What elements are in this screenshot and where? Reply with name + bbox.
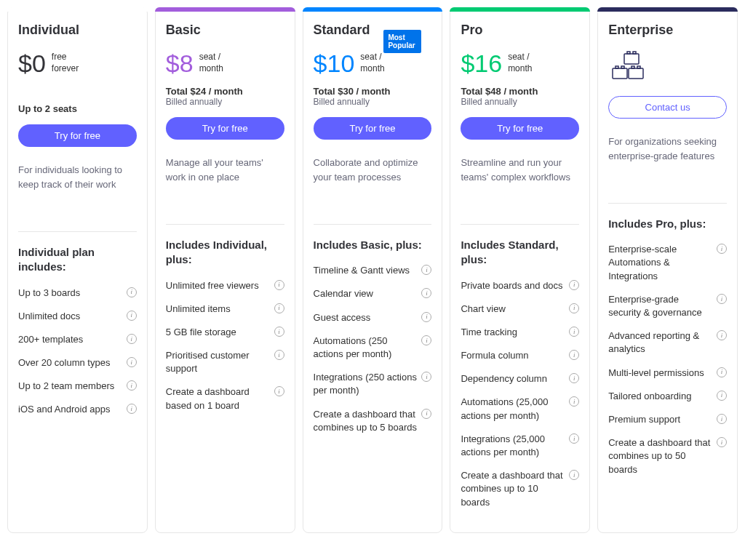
feature-text: Integrations (250 actions per month) xyxy=(314,371,418,397)
feature-item: Enterprise-grade security & governancei xyxy=(608,293,727,319)
info-icon[interactable]: i xyxy=(569,396,579,407)
info-icon[interactable]: i xyxy=(421,312,431,322)
divider xyxy=(608,203,727,204)
includes-heading: Includes Basic, plus: xyxy=(314,238,432,252)
info-icon[interactable]: i xyxy=(127,380,137,391)
feature-item: Integrations (25,000 actions per month)i xyxy=(461,433,579,459)
try-for-free-button[interactable]: Try for free xyxy=(166,117,284,140)
feature-item: Tailored onboardingi xyxy=(608,390,727,403)
feature-text: Guest access xyxy=(314,311,418,324)
info-icon[interactable]: i xyxy=(421,335,431,345)
feature-text: Premium support xyxy=(608,413,712,426)
info-icon[interactable]: i xyxy=(569,470,579,480)
feature-text: Create a dashboard that combines up to 1… xyxy=(461,469,565,509)
feature-text: Timeline & Gantt views xyxy=(314,264,418,277)
info-icon[interactable]: i xyxy=(569,280,579,290)
info-icon[interactable]: i xyxy=(274,350,284,360)
most-popular-badge: Most Popular xyxy=(383,30,421,53)
feature-text: Calendar view xyxy=(314,287,418,300)
info-icon[interactable]: i xyxy=(569,327,579,337)
feature-item: Time trackingi xyxy=(461,326,579,339)
info-icon[interactable]: i xyxy=(569,350,579,360)
info-icon[interactable]: i xyxy=(421,288,431,298)
feature-text: Create a dashboard that combines up to 5… xyxy=(314,408,418,434)
feature-item: Create a dashboard that combines up to 5… xyxy=(608,436,727,476)
info-icon[interactable]: i xyxy=(127,357,137,367)
info-icon[interactable]: i xyxy=(274,303,284,313)
info-icon[interactable]: i xyxy=(717,244,727,254)
try-for-free-button[interactable]: Try for free xyxy=(461,117,579,140)
feature-item: Multi-level permissionsi xyxy=(608,367,727,380)
feature-list: Enterprise-scale Automations & Integrati… xyxy=(608,243,727,486)
feature-text: Tailored onboarding xyxy=(608,390,712,403)
svg-rect-1 xyxy=(627,52,630,54)
price-row: $8 seat / month xyxy=(166,51,284,76)
price-row: $16 seat / month xyxy=(461,51,579,76)
info-icon[interactable]: i xyxy=(717,294,727,304)
info-icon[interactable]: i xyxy=(717,437,727,447)
info-icon[interactable]: i xyxy=(717,391,727,401)
info-icon[interactable]: i xyxy=(717,367,727,377)
feature-text: Multi-level permissions xyxy=(608,367,712,380)
contact-us-button[interactable]: Contact us xyxy=(608,96,727,119)
info-icon[interactable]: i xyxy=(127,404,137,414)
feature-item: Premium supporti xyxy=(608,413,727,426)
feature-item: Unlimited docsi xyxy=(18,310,137,323)
blocks-icon xyxy=(608,51,727,83)
feature-text: Up to 3 boards xyxy=(18,287,122,300)
try-for-free-button[interactable]: Try for free xyxy=(18,124,137,147)
billed-line: Billed annually xyxy=(461,97,579,107)
info-icon[interactable]: i xyxy=(274,386,284,396)
feature-text: Enterprise-scale Automations & Integrati… xyxy=(608,243,712,283)
includes-heading: Includes Pro, plus: xyxy=(608,217,727,231)
feature-text: iOS and Android apps xyxy=(18,403,122,416)
feature-item: Up to 3 boardsi xyxy=(18,287,137,300)
price: $8 xyxy=(166,51,194,76)
try-for-free-button[interactable]: Try for free xyxy=(314,117,432,140)
feature-item: Calendar viewi xyxy=(314,287,432,300)
feature-item: Chart viewi xyxy=(461,303,579,316)
info-icon[interactable]: i xyxy=(421,409,431,419)
plan-description: Streamline and run your teams' complex w… xyxy=(461,156,579,199)
feature-text: 5 GB file storage xyxy=(166,326,270,339)
info-icon[interactable]: i xyxy=(569,303,579,313)
feature-item: Guest accessi xyxy=(314,311,432,324)
feature-text: Create a dashboard that combines up to 5… xyxy=(608,436,712,476)
plan-card-pro: Pro $16 seat / month Total $48 / month B… xyxy=(450,7,590,533)
includes-heading: Individual plan includes: xyxy=(18,245,137,275)
pricing-grid: Individual $0 free forever Up to 2 seats… xyxy=(7,7,738,533)
plan-name: Pro xyxy=(461,23,579,38)
total-line: Total $48 / month xyxy=(461,86,579,97)
accent-bar xyxy=(303,7,443,12)
info-icon[interactable]: i xyxy=(274,280,284,290)
info-icon[interactable]: i xyxy=(569,373,579,383)
plan-description: Collaborate and optimize your team proce… xyxy=(314,156,432,199)
feature-list: Private boards and docsi Chart viewi Tim… xyxy=(461,279,579,519)
info-icon[interactable]: i xyxy=(127,334,137,344)
feature-list: Timeline & Gantt viewsi Calendar viewi G… xyxy=(314,264,432,444)
price: $10 xyxy=(314,51,355,76)
feature-item: Automations (250 actions per month)i xyxy=(314,335,432,361)
info-icon[interactable]: i xyxy=(274,327,284,337)
info-icon[interactable]: i xyxy=(127,311,137,321)
accent-bar xyxy=(7,7,148,12)
info-icon[interactable]: i xyxy=(717,330,727,340)
feature-text: Unlimited free viewers xyxy=(166,279,270,292)
info-icon[interactable]: i xyxy=(421,372,431,382)
info-icon[interactable]: i xyxy=(127,287,137,297)
info-icon[interactable]: i xyxy=(569,433,579,444)
price-sub: seat / month xyxy=(360,52,404,74)
plan-header: Standard Most Popular xyxy=(314,23,432,51)
svg-rect-7 xyxy=(632,66,634,68)
billed-line: Billed annually xyxy=(166,97,284,107)
svg-rect-8 xyxy=(637,66,640,68)
feature-item: Advanced reporting & analyticsi xyxy=(608,329,727,356)
info-icon[interactable]: i xyxy=(717,414,727,424)
feature-text: Create a dashboard based on 1 board xyxy=(166,385,270,412)
price: $16 xyxy=(461,51,502,76)
feature-text: Automations (25,000 actions per month) xyxy=(461,396,565,422)
info-icon[interactable]: i xyxy=(421,265,431,275)
feature-text: Private boards and docs xyxy=(461,279,565,292)
feature-item: Over 20 column typesi xyxy=(18,356,137,369)
svg-rect-0 xyxy=(624,54,639,64)
